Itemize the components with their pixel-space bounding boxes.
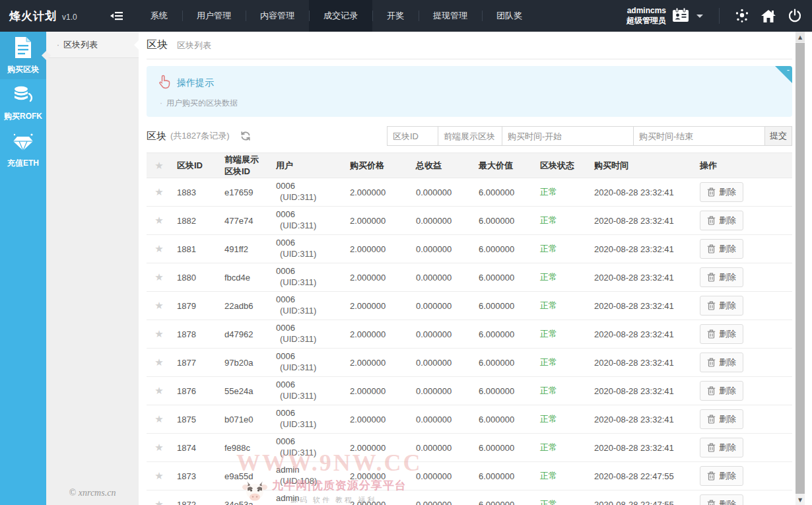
star-icon[interactable]: ★ (154, 328, 163, 340)
cell-buy-time: 2020-08-28 23:32:41 (589, 405, 694, 434)
cell-profit: 0.000000 (411, 235, 473, 263)
front-block-input[interactable] (438, 126, 502, 146)
cell-buy-time: 2020-08-28 23:32:41 (589, 349, 694, 377)
sidebar-item-buy-rofk[interactable]: 购买ROFK (0, 79, 46, 127)
cell-max-value: 6.000000 (473, 434, 535, 462)
nav-item-team-bonus[interactable]: 团队奖 (482, 0, 537, 32)
cell-block-id: 1879 (172, 292, 219, 320)
diamond-icon (11, 133, 35, 154)
delete-button[interactable]: 删除 (700, 381, 743, 401)
scroll-up-icon[interactable]: ▲ (795, 32, 805, 42)
nav-item-transactions[interactable]: 成交记录 (309, 0, 372, 32)
submit-button[interactable]: 提交 (764, 126, 792, 146)
cell-front-id: 34e53a (219, 490, 271, 505)
cell-max-value: 6.000000 (473, 207, 535, 235)
star-icon[interactable]: ★ (154, 243, 163, 255)
user-menu[interactable]: admincms 超级管理员 (626, 6, 710, 26)
table-title: 区块 (147, 130, 166, 143)
cell-user: 0006 (UID:311) (271, 178, 345, 207)
star-icon[interactable]: ★ (154, 186, 163, 198)
cell-profit: 0.000000 (411, 490, 473, 505)
nav-item-withdrawal[interactable]: 提现管理 (419, 0, 482, 32)
cell-max-value: 6.000000 (473, 490, 535, 505)
star-icon[interactable]: ★ (154, 215, 163, 226)
nav-item-system[interactable]: 系统 (136, 0, 182, 32)
table-row: ★ 1873 e9a55d admin (UID:108) 2.000000 0… (147, 462, 792, 490)
table-row: ★ 1881 491ff2 0006 (UID:311) 2.000000 0.… (147, 235, 792, 263)
tip-collapse-button[interactable] (775, 66, 792, 83)
delete-button[interactable]: 删除 (700, 267, 743, 287)
power-icon[interactable] (782, 0, 808, 32)
coins-icon (12, 84, 34, 108)
cell-block-id: 1877 (172, 349, 219, 377)
refresh-icon[interactable] (240, 131, 251, 141)
cell-price: 2.000000 (345, 377, 411, 405)
cell-max-value: 6.000000 (473, 320, 535, 349)
cell-front-id: 22adb6 (219, 292, 271, 320)
star-icon[interactable]: ★ (154, 498, 163, 505)
breadcrumb: 区块 区块列表 (147, 32, 792, 59)
star-icon[interactable]: ★ (154, 470, 163, 482)
table-row: ★ 1875 b071e0 0006 (UID:311) 2.000000 0.… (147, 405, 792, 434)
delete-button[interactable]: 删除 (700, 466, 743, 486)
star-icon[interactable]: ★ (154, 356, 163, 368)
cell-price: 2.000000 (345, 292, 411, 320)
table-row: ★ 1879 22adb6 0006 (UID:311) 2.000000 0.… (147, 292, 792, 320)
delete-button[interactable]: 删除 (700, 324, 743, 344)
buy-time-end-input[interactable] (633, 126, 765, 146)
share-network-icon[interactable] (729, 0, 755, 32)
cell-status: 正常 (535, 207, 589, 235)
star-icon[interactable]: ★ (154, 385, 163, 397)
operation-tip-box: 操作提示 ·用户购买的区块数据 - (147, 66, 792, 117)
delete-button[interactable]: 删除 (700, 409, 743, 429)
star-icon[interactable]: ★ (154, 300, 163, 312)
cell-block-id: 1876 (172, 377, 219, 405)
star-icon[interactable]: ★ (154, 413, 163, 425)
star-icon[interactable]: ★ (154, 271, 163, 283)
scroll-down-icon[interactable]: ▼ (795, 494, 805, 505)
sidebar-item-label: 购买ROFK (4, 111, 42, 122)
delete-button[interactable]: 删除 (700, 239, 743, 259)
cell-buy-time: 2020-08-28 23:32:41 (589, 235, 694, 263)
cell-buy-time: 2020-08-28 23:32:41 (589, 377, 694, 405)
submenu-item-label: 区块列表 (63, 40, 98, 50)
nav-item-users[interactable]: 用户管理 (182, 0, 246, 32)
table-header-row: ★ 区块ID 前端展示区块ID 用户 购买价格 总收益 最大价值 区块状态 购买… (147, 153, 792, 178)
cell-user: 0006 (UID:311) (271, 377, 345, 405)
menu-fold-icon[interactable] (106, 0, 128, 32)
delete-button[interactable]: 删除 (700, 353, 743, 372)
home-icon[interactable] (755, 0, 782, 32)
vertical-scrollbar[interactable]: ▲ ▼ (795, 32, 805, 505)
hand-pointer-icon (157, 75, 170, 91)
id-card-icon (671, 7, 690, 25)
scrollbar-thumb[interactable] (795, 43, 805, 494)
submenu-item-block-list[interactable]: ·区块列表 (46, 32, 139, 58)
col-actions: 操作 (694, 153, 792, 178)
cell-profit: 0.000000 (411, 320, 473, 349)
cell-max-value: 6.000000 (473, 178, 535, 207)
delete-button[interactable]: 删除 (700, 182, 743, 202)
cell-block-id: 1883 (172, 178, 219, 207)
star-icon[interactable]: ★ (154, 442, 163, 454)
block-id-input[interactable] (387, 126, 438, 146)
delete-button[interactable]: 删除 (700, 296, 743, 316)
main-content: 区块 区块列表 操作提示 ·用户购买的区块数据 - 区块 (共1827条记录) (139, 32, 812, 505)
table-row: ★ 1880 fbcd4e 0006 (UID:311) 2.000000 0.… (147, 263, 792, 292)
sidebar-item-recharge-eth[interactable]: 充值ETH (0, 127, 46, 174)
sidebar-item-buy-block[interactable]: 购买区块 (0, 32, 46, 79)
cell-status: 正常 (535, 490, 589, 505)
cell-buy-time: 2020-08-28 23:32:41 (589, 178, 694, 207)
col-buy-time: 购买时间 (589, 153, 694, 178)
delete-button[interactable]: 删除 (700, 211, 743, 230)
nav-item-lottery[interactable]: 开奖 (372, 0, 419, 32)
buy-time-start-input[interactable] (502, 126, 634, 146)
cell-max-value: 6.000000 (473, 377, 535, 405)
delete-button[interactable]: 删除 (700, 438, 743, 457)
cell-front-id: 55e24a (219, 377, 271, 405)
delete-button[interactable]: 删除 (700, 494, 743, 505)
nav-item-content[interactable]: 内容管理 (246, 0, 309, 32)
app-version: v1.0 (62, 13, 77, 22)
header-divider (719, 8, 720, 24)
cell-price: 2.000000 (345, 263, 411, 292)
col-front-id: 前端展示区块ID (219, 153, 271, 178)
